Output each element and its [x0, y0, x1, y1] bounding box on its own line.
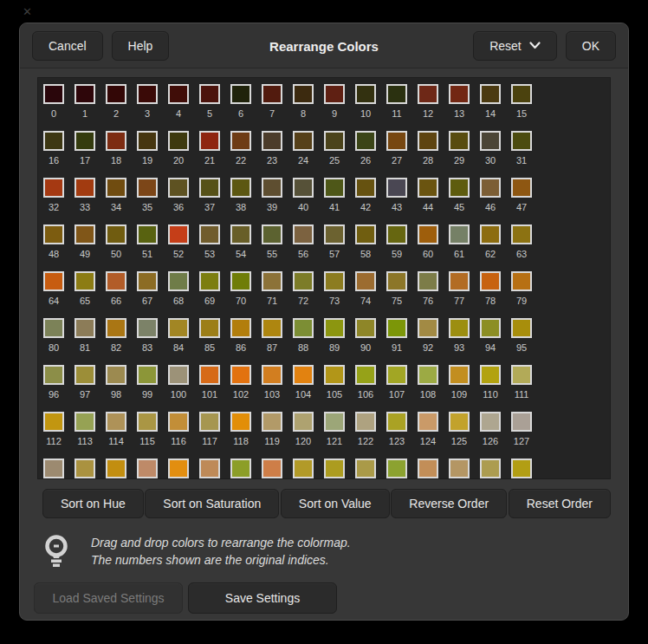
color-swatch-6[interactable]	[230, 84, 251, 104]
color-swatch-59[interactable]	[386, 224, 407, 244]
color-swatch-30[interactable]	[480, 131, 501, 151]
color-swatch-136[interactable]	[293, 459, 314, 478]
load-saved-settings-button[interactable]: Load Saved Settings	[34, 582, 183, 614]
color-swatch-57[interactable]	[324, 224, 345, 244]
color-swatch-52[interactable]	[168, 224, 189, 244]
color-swatch-61[interactable]	[449, 224, 470, 244]
reset-order-button[interactable]: Reset Order	[509, 489, 611, 518]
color-swatch-14[interactable]	[480, 84, 501, 104]
color-swatch-85[interactable]	[199, 318, 220, 338]
window-close-icon[interactable]: ✕	[23, 6, 32, 17]
color-swatch-40[interactable]	[293, 178, 314, 198]
color-swatch-127[interactable]	[511, 412, 532, 432]
cancel-button[interactable]: Cancel	[32, 31, 103, 61]
color-swatch-108[interactable]	[418, 365, 438, 385]
color-swatch-58[interactable]	[355, 224, 376, 244]
color-swatch-89[interactable]	[324, 318, 345, 338]
color-swatch-128[interactable]	[43, 459, 64, 478]
color-swatch-112[interactable]	[43, 412, 64, 432]
color-swatch-82[interactable]	[106, 318, 126, 338]
color-swatch-114[interactable]	[106, 412, 126, 432]
color-swatch-75[interactable]	[386, 271, 407, 291]
color-swatch-38[interactable]	[230, 178, 251, 198]
color-swatch-123[interactable]	[386, 412, 407, 432]
color-swatch-98[interactable]	[106, 365, 126, 385]
color-swatch-138[interactable]	[355, 459, 376, 478]
color-swatch-19[interactable]	[137, 131, 158, 151]
color-swatch-35[interactable]	[137, 178, 158, 198]
ok-button[interactable]: OK	[566, 31, 616, 61]
color-swatch-27[interactable]	[386, 131, 407, 151]
sort-on-hue-button[interactable]: Sort on Hue	[42, 489, 144, 518]
color-swatch-79[interactable]	[511, 271, 532, 291]
color-swatch-43[interactable]	[386, 178, 407, 198]
color-swatch-69[interactable]	[199, 271, 220, 291]
color-swatch-110[interactable]	[480, 365, 501, 385]
color-swatch-71[interactable]	[262, 271, 282, 291]
color-swatch-80[interactable]	[43, 318, 64, 338]
color-swatch-105[interactable]	[324, 365, 345, 385]
color-swatch-5[interactable]	[199, 84, 220, 104]
color-swatch-63[interactable]	[511, 224, 532, 244]
color-swatch-117[interactable]	[199, 412, 220, 432]
color-swatch-124[interactable]	[418, 412, 438, 432]
color-swatch-134[interactable]	[230, 459, 251, 478]
color-swatch-15[interactable]	[511, 84, 532, 104]
color-swatch-8[interactable]	[293, 84, 314, 104]
color-swatch-26[interactable]	[355, 131, 376, 151]
color-swatch-125[interactable]	[449, 412, 470, 432]
color-swatch-143[interactable]	[511, 459, 532, 478]
color-swatch-55[interactable]	[262, 224, 282, 244]
color-swatch-87[interactable]	[262, 318, 282, 338]
color-swatch-13[interactable]	[449, 84, 470, 104]
color-swatch-132[interactable]	[168, 459, 189, 478]
color-swatch-12[interactable]	[418, 84, 438, 104]
color-swatch-121[interactable]	[324, 412, 345, 432]
sort-on-value-button[interactable]: Sort on Value	[281, 489, 390, 518]
color-swatch-118[interactable]	[230, 412, 251, 432]
color-swatch-54[interactable]	[230, 224, 251, 244]
color-swatch-135[interactable]	[262, 459, 282, 478]
color-swatch-77[interactable]	[449, 271, 470, 291]
color-swatch-60[interactable]	[418, 224, 438, 244]
color-swatch-50[interactable]	[106, 224, 126, 244]
color-swatch-91[interactable]	[386, 318, 407, 338]
color-swatch-116[interactable]	[168, 412, 189, 432]
color-swatch-84[interactable]	[168, 318, 189, 338]
color-swatch-4[interactable]	[168, 84, 189, 104]
sort-on-saturation-button[interactable]: Sort on Saturation	[145, 489, 279, 518]
color-swatch-29[interactable]	[449, 131, 470, 151]
color-swatch-94[interactable]	[480, 318, 501, 338]
color-swatch-39[interactable]	[262, 178, 282, 198]
color-swatch-129[interactable]	[75, 459, 95, 478]
color-swatch-32[interactable]	[43, 178, 64, 198]
color-swatch-51[interactable]	[137, 224, 158, 244]
color-swatch-1[interactable]	[75, 84, 95, 104]
color-swatch-64[interactable]	[43, 271, 64, 291]
color-swatch-106[interactable]	[355, 365, 376, 385]
color-swatch-20[interactable]	[168, 131, 189, 151]
color-swatch-126[interactable]	[480, 412, 501, 432]
color-swatch-96[interactable]	[43, 365, 64, 385]
color-swatch-24[interactable]	[293, 131, 314, 151]
color-swatch-76[interactable]	[418, 271, 438, 291]
color-swatch-65[interactable]	[75, 271, 95, 291]
color-swatch-46[interactable]	[480, 178, 501, 198]
color-swatch-41[interactable]	[324, 178, 345, 198]
color-swatch-139[interactable]	[386, 459, 407, 478]
color-swatch-18[interactable]	[106, 131, 126, 151]
color-swatch-62[interactable]	[480, 224, 501, 244]
color-swatch-109[interactable]	[449, 365, 470, 385]
color-swatch-102[interactable]	[230, 365, 251, 385]
color-swatch-68[interactable]	[168, 271, 189, 291]
color-swatch-119[interactable]	[262, 412, 282, 432]
reverse-order-button[interactable]: Reverse Order	[391, 489, 507, 518]
color-swatch-142[interactable]	[480, 459, 501, 478]
color-swatch-93[interactable]	[449, 318, 470, 338]
color-swatch-21[interactable]	[199, 131, 220, 151]
color-swatch-45[interactable]	[449, 178, 470, 198]
color-swatch-67[interactable]	[137, 271, 158, 291]
color-swatch-131[interactable]	[137, 459, 158, 478]
color-swatch-25[interactable]	[324, 131, 345, 151]
color-swatch-2[interactable]	[106, 84, 126, 104]
